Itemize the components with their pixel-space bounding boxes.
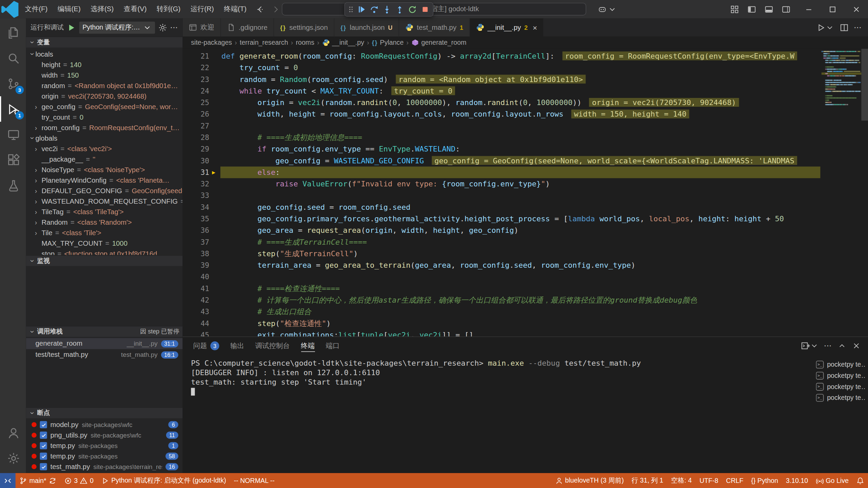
stop-button[interactable] <box>418 3 431 16</box>
variable-row[interactable]: MAX_TRY_COUNT=1000 <box>26 238 183 248</box>
tab-launch.json[interactable]: {}launch.jsonU <box>334 18 399 37</box>
status-vim-mode[interactable]: -- NORMAL -- <box>230 473 278 488</box>
layout-sidebar-left-button[interactable] <box>744 2 760 16</box>
activity-run-and-debug[interactable]: 1 <box>0 96 26 122</box>
code-line[interactable]: 21def generate_room(room_config: RoomReq… <box>183 50 821 62</box>
editor-scrollbar[interactable] <box>861 49 868 121</box>
variable-row[interactable]: ›TileTag=<class 'TileTag'> <box>26 206 183 217</box>
breakpoint-row[interactable]: temp.pysite-packages58 <box>26 451 183 462</box>
code-line[interactable]: 38 step("生成TerrainCell") <box>183 248 821 259</box>
code-line[interactable]: 32 raise ValueError(f"Invalid env type: … <box>183 178 821 190</box>
terminal-output[interactable]: PS C:\computer_science\godot-ldtk\site-p… <box>183 355 812 473</box>
start-debug-icon[interactable] <box>67 23 76 32</box>
status-python-version[interactable]: 3.10.10 <box>782 473 812 488</box>
code-line[interactable]: 27 <box>183 120 821 131</box>
debug-settings-icon[interactable] <box>158 23 167 32</box>
panel-tab-输出[interactable]: 输出 <box>225 337 249 354</box>
terminal-list-item[interactable]: >_pocketpy te… <box>816 370 866 381</box>
code-line[interactable]: 40 <box>183 271 821 283</box>
scope-locals[interactable]: ›locals <box>26 49 183 59</box>
split-button[interactable] <box>838 21 850 34</box>
tab-test_math.py[interactable]: test_math.py1 <box>399 18 470 37</box>
close-icon[interactable]: × <box>533 23 537 32</box>
breakpoint-row[interactable]: test_math.pysite-packages\terrain_res…16 <box>26 462 183 472</box>
code-line[interactable]: 44 step("检查连通性") <box>183 318 821 329</box>
status-problems[interactable]: 30 <box>60 473 97 488</box>
variable-row[interactable]: stop=<function stop at 0x1bf8d716d… <box>26 248 183 255</box>
activity-testing[interactable] <box>0 172 26 198</box>
code-line[interactable]: 33 <box>183 190 821 201</box>
tab-settings.json[interactable]: {}settings.json <box>274 18 334 37</box>
sidebar-more-icon[interactable]: ··· <box>171 24 178 31</box>
breakpoint-checkbox[interactable] <box>40 442 47 449</box>
terminal-list-item[interactable]: >_pocketpy te… <box>816 359 866 370</box>
status-remote-indicator[interactable] <box>0 473 16 488</box>
variable-row[interactable]: ›geo_config=GeoConfig(seed=None, wor… <box>26 101 183 112</box>
variable-row[interactable]: ›PlanetaryWindConfig=<class 'Planeta… <box>26 175 183 185</box>
breakpoint-row[interactable]: model.pysite-packages\wfc6 <box>26 420 183 430</box>
code-line[interactable]: 36 geo_area = request_area(origin, width… <box>183 225 821 236</box>
variable-row[interactable]: try_count=0 <box>26 112 183 122</box>
breakpoint-row[interactable]: temp.pysite-packages1 <box>26 441 183 451</box>
variable-row[interactable]: __package__='' <box>26 154 183 164</box>
variable-row[interactable]: height=140 <box>26 59 183 70</box>
status-cursor-position[interactable]: 行 31, 列 1 <box>628 473 667 488</box>
status-git-blame[interactable]: blueloveTH (3 周前) <box>551 473 628 488</box>
status-indentation[interactable]: 空格: 4 <box>667 473 696 488</box>
back-icon[interactable] <box>256 5 264 14</box>
code-line[interactable]: 42 # 计算每一个出口的中心，然后使用astar生成路径，确保每一个出口组合都… <box>183 294 821 306</box>
variable-row[interactable]: width=150 <box>26 70 183 80</box>
breadcrumb-item[interactable]: terrain_research <box>240 39 288 46</box>
menu-item[interactable]: 查看(V) <box>119 0 152 18</box>
run-button[interactable] <box>815 21 836 34</box>
code-line[interactable]: 29 if room_config.env_type == EnvType.WA… <box>183 143 821 155</box>
status-go-live[interactable]: Go Live <box>812 473 853 488</box>
code-line[interactable]: 24 while try_count < MAX_TRY_COUNT:try_c… <box>183 85 821 97</box>
activity-remote-explorer[interactable] <box>0 122 26 147</box>
menu-item[interactable]: 运行(R) <box>185 0 219 18</box>
step-out-button[interactable] <box>393 3 406 16</box>
activity-search[interactable] <box>0 45 26 71</box>
code-line[interactable]: 37 # ====生成TerrainCell==== <box>183 236 821 248</box>
code-line[interactable]: 30 geo_config = WASTELAND_GEO_CONFIGgeo_… <box>183 155 821 166</box>
activity-accounts[interactable] <box>0 420 26 445</box>
breadcrumb-item[interactable]: site-packages <box>191 39 232 46</box>
forward-icon[interactable] <box>271 5 280 14</box>
tab-__init__.py[interactable]: __init__.py2× <box>470 18 544 37</box>
code-line[interactable]: 45 exit_combinations:list[tuple[vec2i, v… <box>183 329 821 336</box>
breakpoint-checkbox[interactable] <box>40 453 47 460</box>
activity-source-control[interactable]: 3 <box>0 71 26 96</box>
status-notifications[interactable] <box>852 473 868 488</box>
breakpoint-checkbox[interactable] <box>40 463 47 470</box>
breakpoint-row[interactable]: png_utils.pysite-packages\wfc11 <box>26 430 183 441</box>
menu-item[interactable]: 选择(S) <box>85 0 118 18</box>
command-center[interactable]: [扩展开发宿主] godot-ldtk <box>282 3 586 16</box>
code-line[interactable]: 43 # 生成出口组合 <box>183 306 821 318</box>
status-git-branch[interactable]: main* <box>16 473 60 488</box>
menu-item[interactable]: 文件(F) <box>20 0 53 18</box>
maximize-panel-button[interactable] <box>836 340 848 352</box>
activity-explorer[interactable] <box>0 20 26 45</box>
code-line[interactable]: 26 width, height = room_config.layout.n_… <box>183 108 821 120</box>
code-line[interactable]: 39 terrain_area = geo_area_to_terrain(ge… <box>183 260 821 271</box>
stack-frame[interactable]: test/test_math.pytest_math.py16:1 <box>26 349 183 360</box>
menu-item[interactable]: 终端(T) <box>219 0 252 18</box>
scope-globals[interactable]: ›globals <box>26 133 183 143</box>
panel-tab-终端[interactable]: 终端 <box>296 337 320 354</box>
code-line[interactable]: 34 geo_config.seed = room_config.seed <box>183 201 821 213</box>
close-win-button[interactable] <box>844 0 868 18</box>
maximize-button[interactable] <box>821 0 844 18</box>
breakpoints-section-header[interactable]: › 断点 <box>26 407 183 419</box>
panel-tab-端口[interactable]: 端口 <box>321 337 344 354</box>
more-button[interactable]: ··· <box>823 341 834 351</box>
stack-frame[interactable]: generate_room__init__.py31:1 <box>26 338 183 349</box>
variable-row[interactable]: ›NoiseType=<class 'NoiseType'> <box>26 164 183 175</box>
terminal-new-button[interactable] <box>800 340 821 352</box>
step-into-button[interactable] <box>380 3 393 16</box>
activity-extensions[interactable] <box>0 147 26 172</box>
tab-欢迎[interactable]: 欢迎 <box>183 18 221 37</box>
copilot-button[interactable] <box>596 3 619 16</box>
tab-.gdignore[interactable]: .gdignore <box>221 18 274 37</box>
variables-section-header[interactable]: › 变量 <box>26 37 183 48</box>
panel-tab-调试控制台[interactable]: 调试控制台 <box>250 337 295 354</box>
